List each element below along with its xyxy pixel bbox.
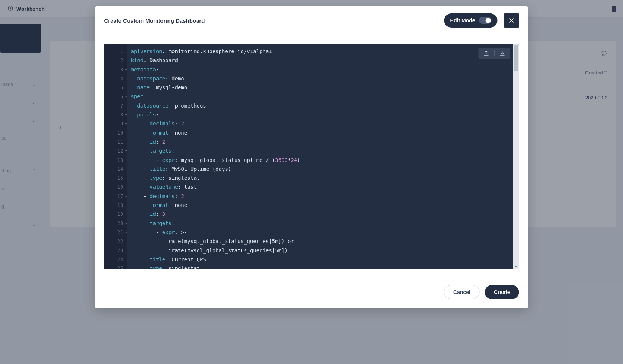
modal-header: Create Custom Monitoring Dashboard Edit …	[95, 6, 528, 35]
editor-code[interactable]: apiVersion: monitoring.kubesphere.io/v1a…	[127, 44, 519, 269]
upload-icon[interactable]	[483, 50, 490, 57]
modal-footer: Cancel Create	[95, 278, 528, 308]
toggle-switch-icon	[479, 17, 492, 24]
close-button[interactable]	[504, 13, 519, 28]
editor-gutter: 1234567891011121314151617181920212223242…	[104, 44, 127, 269]
yaml-editor[interactable]: 1234567891011121314151617181920212223242…	[104, 44, 519, 269]
create-dashboard-modal: Create Custom Monitoring Dashboard Edit …	[95, 6, 528, 308]
scroll-down-icon[interactable]: ▾	[513, 264, 519, 269]
cancel-button[interactable]: Cancel	[444, 285, 480, 299]
editor-toolbar	[479, 48, 510, 59]
scroll-thumb[interactable]	[514, 45, 518, 71]
edit-mode-label: Edit Mode	[450, 17, 475, 23]
download-icon[interactable]	[499, 50, 506, 57]
close-icon	[508, 17, 515, 24]
toolbar-divider	[494, 50, 495, 56]
create-button[interactable]: Create	[485, 285, 519, 299]
editor-scrollbar[interactable]: ▴ ▾	[513, 44, 519, 269]
editor-container: 1234567891011121314151617181920212223242…	[95, 35, 528, 278]
modal-title: Create Custom Monitoring Dashboard	[104, 17, 205, 24]
edit-mode-toggle[interactable]: Edit Mode	[444, 13, 498, 28]
